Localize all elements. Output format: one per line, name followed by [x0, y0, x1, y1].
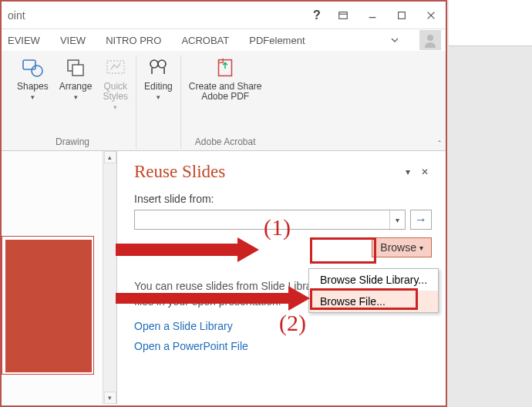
find-icon — [146, 56, 170, 80]
group-label-editing — [157, 135, 160, 149]
collapse-ribbon-icon[interactable]: ˆ — [438, 140, 441, 149]
powerpoint-window: oint ? EVIEW VIEW NITRO PRO ACROBAT PDFe… — [0, 0, 447, 407]
app-title: oint — [2, 9, 305, 22]
ribbon-tabstrip: EVIEW VIEW NITRO PRO ACROBAT PDFelement — [2, 29, 446, 51]
insert-from-label: Insert slide from: — [134, 193, 432, 205]
shapes-icon — [20, 56, 45, 80]
user-avatar[interactable] — [419, 30, 441, 50]
go-button[interactable]: → — [410, 210, 432, 230]
ribbon-display-options[interactable] — [328, 2, 358, 29]
dropdown-caret-icon: ▾ — [419, 244, 423, 252]
pane-title: Reuse Slides — [134, 162, 398, 182]
svg-rect-11 — [107, 61, 124, 73]
minimize-button[interactable] — [358, 2, 387, 29]
titlebar: oint ? — [2, 2, 446, 29]
slide-thumbnail-pane: ▴ ▾ — [2, 151, 117, 404]
scroll-up-icon[interactable]: ▴ — [104, 151, 116, 163]
dropdown-caret-icon: ▾ — [74, 93, 78, 101]
group-label-drawing: Drawing — [56, 135, 89, 149]
slide-content — [5, 240, 92, 372]
arrange-button[interactable]: Arrange ▾ — [59, 56, 93, 101]
menu-browse-file[interactable]: Browse File... — [309, 291, 438, 312]
editing-button[interactable]: Editing ▾ — [144, 56, 173, 101]
svg-rect-3 — [399, 12, 406, 18]
group-label-acrobat: Adobe Acrobat — [195, 135, 256, 149]
shapes-label: Shapes — [17, 82, 49, 92]
help-button[interactable]: ? — [305, 8, 328, 22]
arrow-right-icon: → — [415, 213, 427, 227]
ribbon: Shapes ▾ Arrange ▾ Quick Styles ▾ Drawin… — [2, 51, 446, 151]
dropdown-caret-icon: ▾ — [157, 93, 160, 101]
scroll-down-icon[interactable]: ▾ — [104, 392, 116, 404]
browse-label: Browse — [380, 241, 416, 254]
arrange-icon — [63, 56, 88, 80]
browse-menu: Browse Slide Library... Browse File... — [308, 268, 439, 313]
reuse-slides-pane: Reuse Slides ▾ ✕ Insert slide from: ▾ → … — [117, 151, 446, 404]
tab-view[interactable]: VIEW — [59, 32, 87, 49]
dropdown-caret-icon: ▾ — [31, 93, 35, 101]
dropdown-caret-icon: ▾ — [113, 103, 117, 111]
menu-browse-slide-library[interactable]: Browse Slide Library... — [309, 269, 438, 291]
combo-dropdown-icon[interactable]: ▾ — [389, 210, 405, 229]
shapes-button[interactable]: Shapes ▾ — [17, 56, 49, 101]
create-share-pdf-button[interactable]: Create and Share Adobe PDF — [189, 56, 262, 102]
vertical-scrollbar[interactable]: ▴ ▾ — [103, 151, 116, 404]
source-combobox[interactable]: ▾ — [134, 210, 406, 230]
pane-options-icon[interactable]: ▾ — [401, 165, 415, 179]
open-slide-library-link[interactable]: Open a Slide Library — [134, 320, 432, 332]
create-share-pdf-label: Create and Share Adobe PDF — [189, 82, 262, 102]
tab-review[interactable]: EVIEW — [6, 32, 42, 49]
pane-close-icon[interactable]: ✕ — [418, 165, 432, 179]
svg-point-13 — [158, 60, 166, 68]
group-acrobat: Create and Share Adobe PDF Adobe Acrobat — [181, 56, 270, 149]
maximize-button[interactable] — [387, 2, 416, 29]
slide-thumbnail[interactable] — [2, 236, 94, 375]
close-button[interactable] — [416, 2, 446, 29]
pdf-share-icon — [213, 56, 237, 80]
svg-point-12 — [150, 60, 158, 68]
svg-rect-7 — [23, 60, 35, 69]
browse-button[interactable]: Browse ▾ — [372, 237, 432, 257]
tab-acrobat[interactable]: ACROBAT — [180, 32, 231, 49]
open-powerpoint-file-link[interactable]: Open a PowerPoint File — [134, 340, 432, 352]
svg-rect-10 — [72, 65, 83, 76]
quick-styles-label: Quick Styles — [103, 82, 128, 102]
group-drawing: Shapes ▾ Arrange ▾ Quick Styles ▾ Drawin… — [9, 56, 136, 149]
editing-label: Editing — [144, 82, 173, 92]
svg-rect-0 — [339, 12, 348, 18]
svg-point-6 — [427, 35, 433, 41]
svg-point-8 — [32, 66, 42, 76]
tab-nitro[interactable]: NITRO PRO — [104, 32, 163, 49]
quick-styles-icon — [103, 56, 128, 80]
arrange-label: Arrange — [59, 82, 93, 92]
quick-styles-button[interactable]: Quick Styles ▾ — [103, 56, 128, 111]
group-editing: Editing ▾ — [136, 56, 181, 149]
ribbon-chevron-icon[interactable] — [390, 35, 399, 45]
source-input[interactable] — [135, 214, 389, 226]
tab-pdfelement[interactable]: PDFelement — [247, 32, 306, 49]
